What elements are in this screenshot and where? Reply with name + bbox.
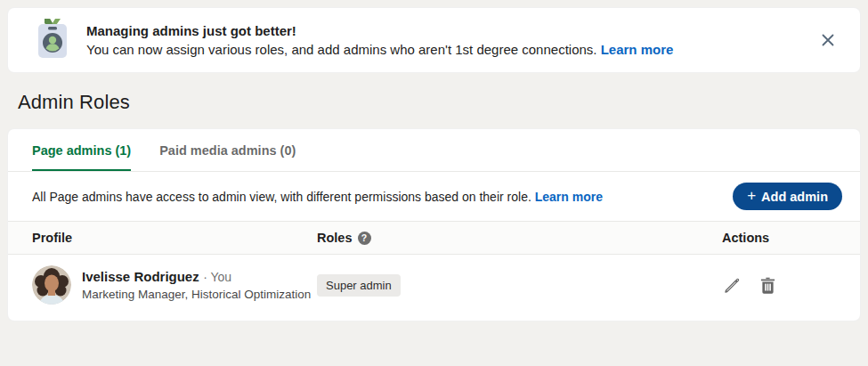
- tab-paid-media-admins[interactable]: Paid media admins (0): [159, 129, 296, 171]
- column-header-actions: Actions: [722, 231, 836, 245]
- admins-card: Page admins (1) Paid media admins (0) Al…: [7, 128, 861, 321]
- add-admin-label: Add admin: [761, 190, 828, 204]
- banner-body: You can now assign various roles, and ad…: [86, 42, 803, 57]
- actions-cell: [722, 275, 836, 296]
- pencil-icon: [724, 277, 741, 294]
- admin-roles-page: Managing admins just got better! You can…: [0, 0, 868, 366]
- admins-info-row: All Page admins have access to admin vie…: [8, 172, 860, 221]
- banner-body-text: You can now assign various roles, and ad…: [86, 42, 597, 57]
- trash-icon: [760, 277, 775, 294]
- close-icon: [821, 33, 835, 47]
- delete-admin-button[interactable]: [758, 275, 777, 296]
- roles-cell: Super admin: [317, 274, 722, 297]
- banner-close-button[interactable]: [814, 26, 842, 54]
- banner-title: Managing admins just got better!: [86, 23, 803, 38]
- announcement-banner: Managing admins just got better! You can…: [7, 7, 861, 73]
- page-title: Admin Roles: [18, 91, 861, 114]
- roles-header-label: Roles: [317, 231, 353, 245]
- you-label: · You: [203, 270, 231, 284]
- admins-info-text: All Page admins have access to admin vie…: [32, 190, 733, 204]
- add-admin-button[interactable]: + Add admin: [733, 183, 842, 210]
- admin-name[interactable]: Ivelisse Rodriguez: [82, 269, 199, 284]
- banner-learn-more-link[interactable]: Learn more: [601, 42, 674, 57]
- admin-headline: Marketing Manager, Historical Optimizati…: [82, 288, 311, 301]
- info-learn-more-link[interactable]: Learn more: [535, 190, 603, 204]
- role-badge: Super admin: [317, 274, 401, 297]
- admin-badge-icon: [37, 18, 69, 62]
- column-header-profile: Profile: [32, 231, 317, 245]
- profile-cell: Ivelisse Rodriguez · You Marketing Manag…: [32, 265, 317, 305]
- table-row: Ivelisse Rodriguez · You Marketing Manag…: [8, 255, 860, 321]
- admins-tabbar: Page admins (1) Paid media admins (0): [8, 129, 860, 172]
- avatar[interactable]: [32, 265, 71, 305]
- plus-icon: +: [747, 188, 756, 203]
- table-header-row: Profile Roles ? Actions: [8, 221, 860, 255]
- banner-text: Managing admins just got better! You can…: [86, 23, 803, 57]
- profile-text: Ivelisse Rodriguez · You Marketing Manag…: [82, 269, 311, 301]
- edit-admin-button[interactable]: [722, 275, 742, 296]
- column-header-roles: Roles ?: [317, 231, 722, 245]
- roles-help-icon[interactable]: ?: [358, 232, 371, 245]
- info-text: All Page admins have access to admin vie…: [32, 190, 531, 204]
- tab-page-admins[interactable]: Page admins (1): [32, 129, 131, 171]
